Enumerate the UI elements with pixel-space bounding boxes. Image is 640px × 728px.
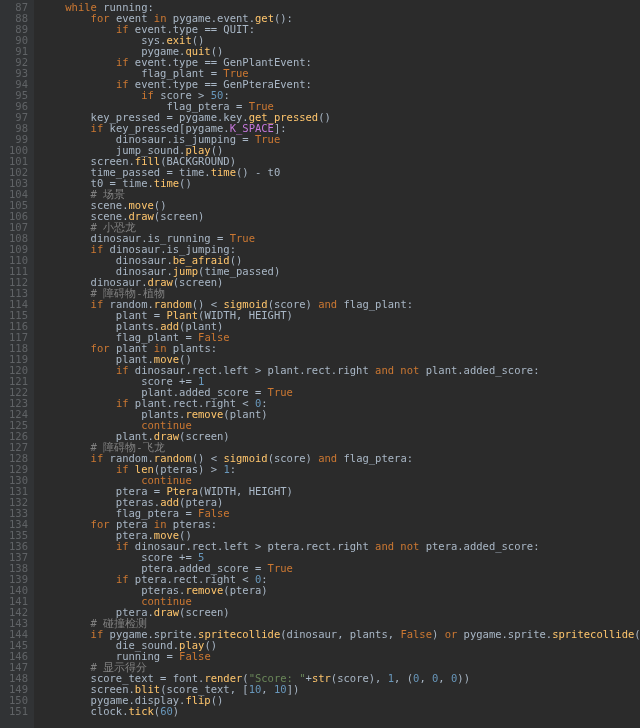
code-line[interactable]: t0 = time.time() (40, 178, 640, 189)
code-line[interactable]: clock.tick(60) (40, 706, 640, 717)
code-editor: 8788899091929394959697989910010110210310… (0, 0, 640, 728)
line-number-gutter: 8788899091929394959697989910010110210310… (0, 0, 34, 728)
line-number: 151 (6, 706, 28, 717)
code-area[interactable]: while running: for event in pygame.event… (34, 0, 640, 728)
